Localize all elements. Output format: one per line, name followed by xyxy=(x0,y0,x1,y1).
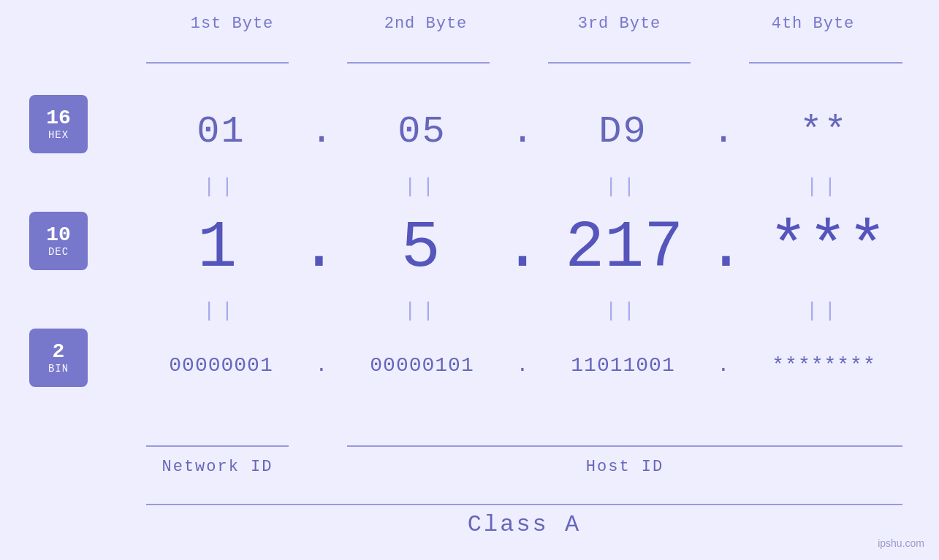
bin-dot-2: . xyxy=(508,354,537,377)
dec-badge-label: DEC xyxy=(48,246,69,258)
byte3-header: 3rd Byte xyxy=(522,15,716,33)
dec-row: 1 . 5 . 217 . *** xyxy=(135,204,910,292)
bracket-line-3 xyxy=(548,62,691,64)
hex-dot-3: . xyxy=(709,110,738,153)
watermark: ipshu.com xyxy=(878,537,924,549)
hex-row: 01 . 05 . D9 . ** xyxy=(135,95,910,168)
equals-cell-4b: || xyxy=(738,299,910,322)
hex-dot-2: . xyxy=(508,110,537,153)
dec-value-3: 217 xyxy=(565,211,683,285)
bracket-line-4 xyxy=(749,62,902,64)
hex-badge: 16 HEX xyxy=(29,95,88,153)
dec-cell-2: 5 xyxy=(339,211,503,285)
bin-dot-1: . xyxy=(307,354,336,377)
dec-cell-4: *** xyxy=(746,211,910,285)
network-id-label: Network ID xyxy=(146,458,289,476)
equals-cell-1a: || xyxy=(135,175,307,198)
host-bracket xyxy=(347,445,902,447)
equals-cell-2b: || xyxy=(336,299,508,322)
dec-badge-number: 10 xyxy=(46,224,71,247)
equals-row-2: || || || || xyxy=(135,292,910,329)
equals-cell-4a: || xyxy=(738,175,910,198)
class-label: Class A xyxy=(146,511,902,538)
dec-dot-2: . xyxy=(503,211,542,285)
byte4-header: 4th Byte xyxy=(716,15,910,33)
equals-cell-2a: || xyxy=(336,175,508,198)
byte1-header: 1st Byte xyxy=(135,15,329,33)
host-id-label: Host ID xyxy=(347,458,902,476)
main-container: 1st Byte 2nd Byte 3rd Byte 4th Byte 16 H… xyxy=(0,0,939,560)
dec-cell-1: 1 xyxy=(135,211,299,285)
hex-cell-1: 01 xyxy=(135,110,307,153)
bin-cell-3: 11011001 xyxy=(537,354,709,377)
bin-cell-1: 00000001 xyxy=(135,354,307,377)
bin-badge: 2 BIN xyxy=(29,329,88,387)
hex-value-2: 05 xyxy=(398,110,446,153)
bin-badge-number: 2 xyxy=(53,341,65,364)
badges-column: 16 HEX 10 DEC 2 BIN xyxy=(29,95,88,387)
hex-dot-1: . xyxy=(307,110,336,153)
equals-cell-1b: || xyxy=(135,299,307,322)
hex-cell-3: D9 xyxy=(537,110,709,153)
equals-cell-3a: || xyxy=(537,175,709,198)
bin-row: 00000001 . 00000101 . 11011001 . *******… xyxy=(135,336,910,394)
byte-headers: 1st Byte 2nd Byte 3rd Byte 4th Byte xyxy=(135,15,910,33)
hex-cell-4: ** xyxy=(738,110,910,153)
hex-badge-number: 16 xyxy=(46,107,71,130)
equals-cell-3b: || xyxy=(537,299,709,322)
bin-cell-2: 00000101 xyxy=(336,354,508,377)
bin-cell-4: ******** xyxy=(738,354,910,377)
bin-badge-label: BIN xyxy=(48,363,69,375)
hex-value-3: D9 xyxy=(598,110,647,153)
rows-container: 01 . 05 . D9 . ** || || || || xyxy=(135,73,910,394)
bracket-line-2 xyxy=(347,62,490,64)
dec-cell-3: 217 xyxy=(542,211,706,285)
dec-dot-1: . xyxy=(299,211,338,285)
byte2-header: 2nd Byte xyxy=(329,15,522,33)
bin-value-3: 11011001 xyxy=(571,354,674,377)
dec-badge: 10 DEC xyxy=(29,212,88,270)
equals-row-1: || || || || xyxy=(135,168,910,204)
bin-value-1: 00000001 xyxy=(169,354,273,377)
bin-dot-3: . xyxy=(709,354,738,377)
bin-value-4: ******** xyxy=(772,354,875,377)
bin-value-2: 00000101 xyxy=(370,354,474,377)
class-bracket xyxy=(146,504,902,505)
hex-value-4: ** xyxy=(799,110,848,153)
bracket-line-1 xyxy=(146,62,289,64)
dec-dot-3: . xyxy=(706,211,745,285)
network-bracket xyxy=(146,445,289,447)
dec-value-1: 1 xyxy=(197,211,237,285)
dec-value-4: *** xyxy=(769,211,887,285)
hex-badge-label: HEX xyxy=(48,129,69,141)
hex-cell-2: 05 xyxy=(336,110,508,153)
hex-value-1: 01 xyxy=(197,110,245,153)
dec-value-2: 5 xyxy=(401,211,441,285)
